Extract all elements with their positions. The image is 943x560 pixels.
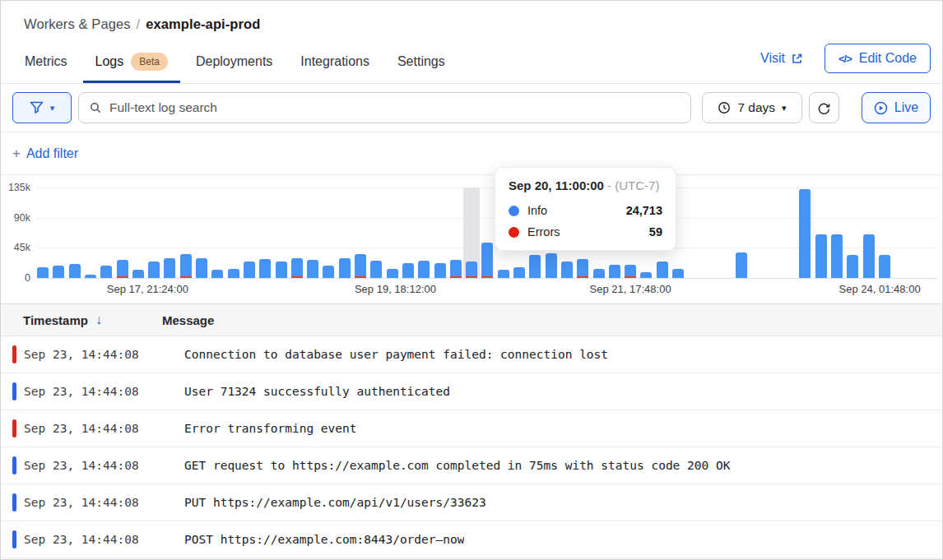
chart-bar-error-segment xyxy=(481,276,493,279)
search-icon xyxy=(89,101,102,114)
play-circle-icon xyxy=(874,101,888,115)
chart-bar[interactable] xyxy=(831,234,843,278)
tab-deployments[interactable]: Deployments xyxy=(183,42,285,83)
log-search-box[interactable] xyxy=(78,92,691,123)
chart-bar[interactable] xyxy=(180,254,192,279)
chart-bar[interactable] xyxy=(53,266,64,278)
chart-bar[interactable] xyxy=(228,269,239,278)
add-filter-button[interactable]: + Add filter xyxy=(12,146,78,162)
external-link-icon xyxy=(791,53,803,65)
severity-pill-info xyxy=(12,382,16,400)
chart-bar[interactable] xyxy=(609,265,620,278)
chart-bar-error-segment xyxy=(291,276,303,279)
log-table-row[interactable]: Sep 23, 14:44:08Connection to database u… xyxy=(1,336,942,373)
chart-bar[interactable] xyxy=(339,258,351,278)
tab-integrations[interactable]: Integrations xyxy=(288,42,382,83)
chart-plot-area[interactable] xyxy=(37,187,937,278)
tab-settings[interactable]: Settings xyxy=(385,42,458,83)
tooltip-series-list: Info24,713Errors59 xyxy=(509,204,662,238)
chart-bar[interactable] xyxy=(211,270,223,278)
visit-link[interactable]: Visit xyxy=(760,51,803,66)
log-table-row[interactable]: Sep 23, 14:44:08User 71324 successfully … xyxy=(1,373,942,410)
log-table-row[interactable]: Sep 23, 14:44:08POST https://example.com… xyxy=(1,521,942,558)
chart-bar[interactable] xyxy=(481,243,493,278)
chart-bar[interactable] xyxy=(672,269,684,278)
chart-bar[interactable] xyxy=(244,261,255,278)
breadcrumb-current: example-api-prod xyxy=(146,16,260,31)
chart-bar[interactable] xyxy=(196,258,207,278)
chart-bar[interactable] xyxy=(370,261,382,278)
chart-bar[interactable] xyxy=(355,254,366,278)
chart-bar[interactable] xyxy=(529,255,541,278)
edit-code-button[interactable]: </> Edit Code xyxy=(825,44,931,73)
errors-dot-icon xyxy=(509,227,519,238)
chart-bar[interactable] xyxy=(100,266,112,279)
chart-bar-error-segment xyxy=(117,276,128,279)
filter-row: + Add filter xyxy=(1,132,942,175)
sort-desc-icon: ↓ xyxy=(95,312,102,327)
chart-bar[interactable] xyxy=(561,261,573,278)
chart-bar[interactable] xyxy=(418,261,430,278)
breadcrumb-section[interactable]: Workers & Pages xyxy=(24,16,131,31)
chart-bar[interactable] xyxy=(291,258,303,278)
severity-pill-error xyxy=(12,419,16,437)
chart-bar[interactable] xyxy=(307,260,318,278)
chart-bar[interactable] xyxy=(148,261,160,278)
tab-logs[interactable]: LogsBeta xyxy=(83,42,180,83)
funnel-icon xyxy=(30,101,44,114)
log-timestamp: Sep 23, 14:44:08 xyxy=(24,385,184,398)
x-axis-tick-label: Sep 24, 01:48:00 xyxy=(839,283,921,295)
timestamp-column-header[interactable]: Timestamp ↓ xyxy=(1,312,162,327)
filter-menu-button[interactable]: ▾ xyxy=(12,92,72,123)
add-filter-label: Add filter xyxy=(26,146,78,161)
log-toolbar: ▾ 7 days ▾ xyxy=(1,84,942,132)
chart-bar[interactable] xyxy=(577,259,588,278)
chart-bar-error-segment xyxy=(180,276,192,279)
chart-bar[interactable] xyxy=(323,266,334,278)
chart-bar[interactable] xyxy=(259,259,271,278)
timestamp-header-label: Timestamp xyxy=(23,313,88,327)
log-table-row[interactable]: Sep 23, 14:44:08Error transforming event xyxy=(1,410,942,447)
severity-pill-error xyxy=(12,345,16,363)
chart-bar[interactable] xyxy=(657,261,668,278)
chart-bar[interactable] xyxy=(736,252,747,278)
chart-bar[interactable] xyxy=(434,263,446,278)
log-table-row[interactable]: Sep 23, 14:44:08PUT https://example.com/… xyxy=(1,484,942,521)
chart-bar[interactable] xyxy=(402,263,414,278)
tab-label: Metrics xyxy=(25,54,67,69)
chevron-down-icon: ▾ xyxy=(782,104,787,113)
chart-bar[interactable] xyxy=(847,255,858,279)
chart-bar[interactable] xyxy=(879,255,890,279)
log-volume-chart[interactable]: 135k90k45k0Sep 17, 21:24:00Sep 19, 18:12… xyxy=(1,175,942,303)
log-table-row[interactable]: Sep 23, 14:44:08GET request to https://e… xyxy=(1,447,942,484)
clock-icon xyxy=(718,101,731,114)
chart-bar[interactable] xyxy=(69,264,81,278)
visit-label: Visit xyxy=(760,51,785,66)
chart-bar[interactable] xyxy=(117,260,128,278)
x-axis-tick-label: Sep 21, 17:48:00 xyxy=(590,283,671,295)
chart-bar[interactable] xyxy=(466,261,477,278)
chart-bar[interactable] xyxy=(85,275,96,278)
chart-bar[interactable] xyxy=(132,270,144,278)
refresh-button[interactable] xyxy=(809,92,839,123)
x-axis-tick-label: Sep 17, 21:24:00 xyxy=(107,283,188,295)
chart-bar[interactable] xyxy=(815,234,827,278)
live-button[interactable]: Live xyxy=(862,92,931,123)
chart-bar[interactable] xyxy=(37,267,49,278)
chart-bar[interactable] xyxy=(863,234,875,278)
chart-bar[interactable] xyxy=(498,270,509,278)
log-table-header: Timestamp ↓ Message xyxy=(1,303,942,336)
search-input[interactable] xyxy=(109,100,681,115)
tab-metrics[interactable]: Metrics xyxy=(12,42,80,83)
chart-bar[interactable] xyxy=(593,269,605,278)
time-range-select[interactable]: 7 days ▾ xyxy=(702,92,802,123)
chart-bar[interactable] xyxy=(625,265,636,278)
chart-bar[interactable] xyxy=(799,189,811,278)
chart-bar[interactable] xyxy=(513,267,525,278)
chart-bar[interactable] xyxy=(640,272,652,278)
chart-bar[interactable] xyxy=(546,253,557,278)
chart-bar[interactable] xyxy=(276,261,287,278)
chart-bar[interactable] xyxy=(387,269,398,278)
chart-bar[interactable] xyxy=(164,258,175,278)
chart-bar[interactable] xyxy=(450,260,462,278)
